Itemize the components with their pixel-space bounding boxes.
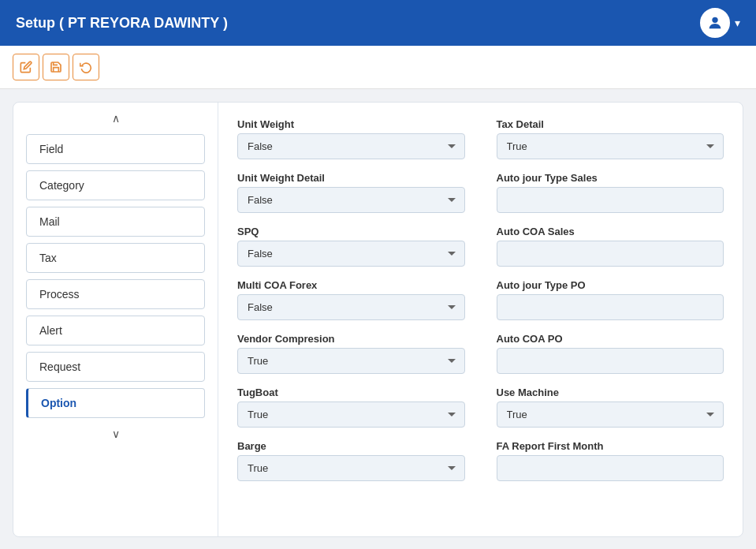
tax-detail-label: Tax Detail: [497, 118, 724, 130]
sidebar-item-alert[interactable]: Alert: [26, 316, 205, 345]
header: Setup ( PT REYORA DAWINTY ) ▾: [0, 0, 756, 46]
form-group-multi-coa-forex: Multi COA Forex False True: [237, 279, 465, 320]
sidebar-item-process[interactable]: Process: [26, 279, 205, 309]
use-machine-label: Use Machine: [497, 387, 724, 398]
form-group-vendor-compresion: Vendor Compresion False True: [237, 333, 465, 374]
auto-coa-sales-select[interactable]: [497, 241, 724, 267]
sidebar-item-category[interactable]: Category: [26, 170, 205, 200]
avatar[interactable]: [700, 8, 730, 38]
svg-point-0: [712, 17, 717, 23]
form-group-unit-weight-detail: Unit Weight Detail False True: [237, 172, 465, 213]
form-group-auto-jour-type-po: Auto jour Type PO: [497, 279, 724, 320]
form-group-unit-weight: Unit Weight False True: [237, 118, 465, 159]
avatar-dropdown-arrow[interactable]: ▾: [735, 17, 740, 29]
save-button[interactable]: [43, 54, 69, 80]
auto-coa-sales-label: Auto COA Sales: [497, 226, 724, 237]
unit-weight-select[interactable]: False True: [237, 133, 465, 159]
barge-select[interactable]: False True: [237, 455, 465, 481]
header-right: ▾: [700, 8, 740, 38]
barge-label: Barge: [237, 440, 465, 452]
vendor-compresion-label: Vendor Compresion: [237, 333, 465, 345]
form-group-tax-detail: Tax Detail False True: [497, 118, 724, 159]
sidebar-item-request[interactable]: Request: [26, 352, 205, 382]
multi-coa-forex-label: Multi COA Forex: [237, 279, 465, 291]
sidebar-item-mail[interactable]: Mail: [26, 207, 205, 237]
unit-weight-label: Unit Weight: [237, 118, 465, 130]
unit-weight-detail-label: Unit Weight Detail: [237, 172, 465, 184]
form-group-auto-coa-sales: Auto COA Sales: [497, 226, 724, 267]
vendor-compresion-select[interactable]: False True: [237, 348, 465, 374]
multi-coa-forex-select[interactable]: False True: [237, 294, 465, 320]
tax-detail-select[interactable]: False True: [497, 133, 724, 159]
form-area: Unit Weight False True Unit Weight Detai…: [218, 103, 743, 536]
tugboat-select[interactable]: False True: [237, 401, 465, 428]
form-group-fa-report-first-month: FA Report First Month: [497, 440, 724, 481]
auto-coa-po-select[interactable]: [497, 348, 724, 374]
form-group-auto-coa-po: Auto COA PO: [497, 333, 724, 374]
sidebar-item-option[interactable]: Option: [26, 388, 205, 418]
sidebar-item-field[interactable]: Field: [26, 134, 205, 164]
unit-weight-detail-select[interactable]: False True: [237, 187, 465, 213]
form-group-barge: Barge False True: [237, 440, 465, 481]
sidebar: ∧ Field Category Mail Tax Process Alert …: [13, 103, 218, 536]
sidebar-item-tax[interactable]: Tax: [26, 243, 205, 273]
auto-jour-type-po-label: Auto jour Type PO: [497, 279, 724, 291]
edit-button[interactable]: [13, 54, 39, 80]
form-group-use-machine: Use Machine False True: [497, 387, 724, 428]
auto-jour-type-sales-label: Auto jour Type Sales: [497, 172, 724, 184]
auto-jour-type-sales-select[interactable]: [497, 187, 724, 213]
auto-jour-type-po-select[interactable]: [497, 294, 724, 320]
page-title: Setup ( PT REYORA DAWINTY ): [16, 15, 228, 32]
sidebar-chevron-down[interactable]: ∨: [112, 428, 120, 440]
use-machine-select[interactable]: False True: [497, 401, 724, 428]
auto-coa-po-label: Auto COA PO: [497, 333, 724, 345]
fa-report-first-month-label: FA Report First Month: [497, 440, 724, 452]
reset-button[interactable]: [73, 54, 99, 80]
fa-report-first-month-select[interactable]: [497, 455, 724, 481]
spq-select[interactable]: False True: [237, 241, 465, 267]
spq-label: SPQ: [237, 226, 465, 237]
sidebar-chevron-up[interactable]: ∧: [112, 112, 120, 125]
main-content: ∧ Field Category Mail Tax Process Alert …: [0, 89, 756, 549]
left-column: Unit Weight False True Unit Weight Detai…: [237, 118, 465, 494]
card: ∧ Field Category Mail Tax Process Alert …: [13, 102, 743, 537]
toolbar: [0, 46, 756, 89]
right-column: Tax Detail False True Auto jour Type Sal…: [497, 118, 724, 494]
form-group-spq: SPQ False True: [237, 226, 465, 267]
tugboat-label: TugBoat: [237, 387, 465, 398]
form-group-auto-jour-type-sales: Auto jour Type Sales: [497, 172, 724, 213]
form-group-tugboat: TugBoat False True: [237, 387, 465, 428]
